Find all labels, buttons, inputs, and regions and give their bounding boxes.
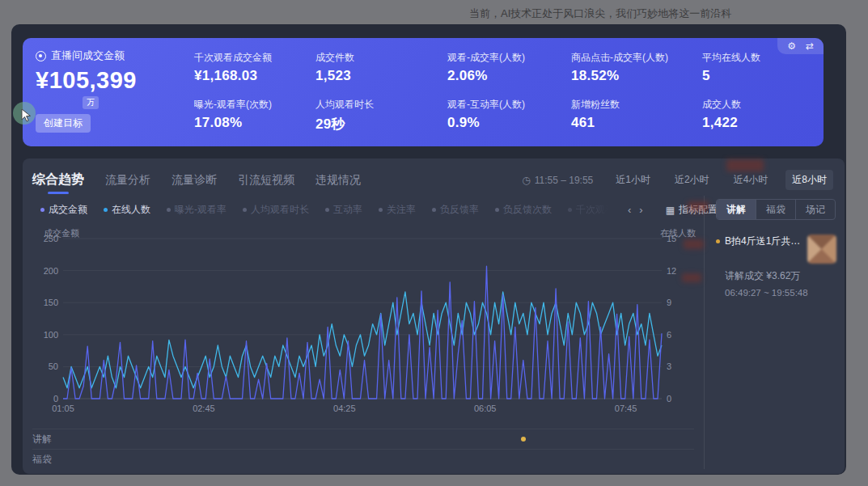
red-smudge-artifact: [682, 273, 701, 282]
metric-label: 千次观看成交金额: [194, 51, 315, 65]
legend-label: 负反馈率: [440, 203, 479, 217]
side-tab-2[interactable]: 场记: [796, 200, 835, 219]
metric-label: 观看-互动率(人数): [447, 98, 571, 112]
overlay-caption: 当前，AI技术正处于风口浪尖，我们巧妙地将这一前沿科: [469, 6, 731, 21]
gmv-value: ¥105,399: [36, 67, 194, 94]
legend-label: 互动率: [333, 203, 362, 217]
legend-item-0[interactable]: 成交金额: [40, 203, 87, 217]
trend-chart[interactable]: 成交金额 在线人数 0501001502002500369121501:0502…: [23, 219, 704, 413]
legend-label: 人均观看时长: [251, 203, 309, 217]
metric-value: 1,523: [315, 68, 447, 84]
metric-value: 1,422: [702, 115, 824, 131]
gmv-title: 直播间成交金额: [51, 49, 125, 63]
legend-dot-icon: [495, 208, 499, 212]
trend-card: 综合趋势流量分析流量诊断引流短视频违规情况 ◷ 11:55 – 19:55 近1…: [23, 158, 845, 474]
legend-item-4[interactable]: 互动率: [325, 203, 362, 217]
marker-row-label: 福袋: [32, 453, 52, 467]
explain-side-panel: 讲解福袋场记 B拍4斤送1斤共35-4... 讲解成交 ¥3.62万 06:49…: [704, 196, 843, 469]
tab-4[interactable]: 违规情况: [315, 173, 361, 188]
y-right-tick: 0: [667, 394, 691, 404]
metric-cell-6: 人均观看时长29秒: [315, 98, 447, 145]
x-tick: 04:25: [333, 404, 356, 413]
swap-metrics-icon[interactable]: ⇄: [806, 40, 814, 52]
tab-3[interactable]: 引流短视频: [238, 173, 294, 188]
y-right-tick: 6: [667, 330, 691, 340]
legend-item-1[interactable]: 在线人数: [104, 203, 150, 217]
legend-dot-icon: [379, 208, 383, 212]
legend-label: 千次观看: [576, 203, 608, 217]
y-left-tick: 250: [34, 234, 58, 243]
legend-next-arrow[interactable]: ›: [639, 204, 642, 216]
plot-region[interactable]: [63, 239, 662, 399]
y-right-tick: 3: [667, 361, 691, 371]
marker-row-label: 讲解: [32, 433, 52, 446]
explain-item-title: B拍4斤送1斤共35-4...: [725, 235, 802, 248]
marker-row-0[interactable]: 讲解: [32, 429, 694, 449]
chart-svg: [63, 239, 662, 399]
metric-value: 2.06%: [447, 68, 571, 84]
side-tab-1[interactable]: 福袋: [756, 200, 796, 219]
metric-cell-5: 曝光-观看率(次数)17.08%: [194, 98, 315, 145]
legend-dot-icon: [568, 208, 572, 212]
red-smudge-artifact: [726, 159, 764, 171]
item-bullet-icon: [716, 239, 720, 243]
metric-label: 观看-成交率(人数): [447, 51, 571, 65]
metric-cell-8: 新增粉丝数461: [571, 98, 702, 145]
legend-dot-icon: [325, 208, 329, 212]
trend-header: 综合趋势流量分析流量诊断引流短视频违规情况 ◷ 11:55 – 19:55 近1…: [23, 158, 845, 190]
time-range-text: 11:55 – 19:55: [535, 175, 594, 186]
red-smudge-artifact: [688, 201, 709, 212]
product-thumbnail: [807, 235, 836, 264]
stats-corner-tools: ⚙ ⇄: [777, 38, 824, 54]
time-controls: ◷ 11:55 – 19:55 近1小时近2小时近4小时近8小时: [522, 170, 833, 190]
side-tab-0[interactable]: 讲解: [717, 200, 756, 219]
y-left-tick: 100: [34, 330, 58, 340]
legend-dot-icon: [104, 208, 108, 212]
legend-label: 成交金额: [49, 203, 87, 217]
tab-1[interactable]: 流量分析: [105, 173, 150, 188]
x-tick: 07:45: [615, 404, 637, 413]
legend-dot-icon: [243, 208, 247, 212]
legend-item-3[interactable]: 人均观看时长: [243, 203, 309, 217]
metric-value: 18.52%: [571, 68, 702, 84]
metric-label: 人均观看时长: [315, 98, 447, 112]
mouse-cursor-icon: [21, 108, 32, 123]
legend-label: 在线人数: [112, 203, 150, 217]
tab-0[interactable]: 综合趋势: [32, 171, 84, 188]
y-left-tick: 150: [34, 298, 58, 307]
metric-cell-4: 平均在线人数5: [702, 51, 824, 98]
y-left-tick: 0: [34, 394, 58, 404]
legend-dot-icon: [167, 208, 171, 212]
marker-row-1[interactable]: 福袋: [32, 449, 694, 469]
tab-2[interactable]: 流量诊断: [171, 173, 217, 188]
stats-card: 直播间成交金额 ¥105,399 万 创建目标 千次观看成交金额¥1,168.0…: [23, 38, 824, 146]
legend-prev-arrow[interactable]: ‹: [628, 204, 631, 216]
time-option-1[interactable]: 近2小时: [668, 170, 716, 190]
metric-cell-2: 观看-成交率(人数)2.06%: [447, 51, 571, 98]
time-option-2[interactable]: 近4小时: [727, 170, 775, 190]
time-option-3[interactable]: 近8小时: [785, 170, 833, 190]
legend-item-7[interactable]: 负反馈次数: [495, 203, 552, 217]
explain-item[interactable]: B拍4斤送1斤共35-4... 讲解成交 ¥3.62万 06:49:27 ~ 1…: [716, 235, 843, 298]
legend-dot-icon: [432, 208, 436, 212]
settings-gear-icon[interactable]: ⚙: [787, 40, 796, 52]
legend-item-6[interactable]: 负反馈率: [432, 203, 479, 217]
metric-label: 新增粉丝数: [571, 98, 702, 112]
gmv-unit-badge: 万: [83, 96, 99, 109]
marker-dot-icon[interactable]: [521, 437, 526, 442]
metric-config-icon: ▦: [666, 205, 675, 216]
dashboard-window: 直播间成交金额 ¥105,399 万 创建目标 千次观看成交金额¥1,168.0…: [11, 24, 846, 475]
legend-item-8[interactable]: 千次观看: [568, 203, 608, 217]
legend-item-2[interactable]: 曝光-观看率: [167, 203, 227, 217]
series-在线人数: [63, 292, 662, 388]
clock-icon: ◷: [522, 175, 530, 186]
legend-items: 成交金额在线人数曝光-观看率人均观看时长互动率关注率负反馈率负反馈次数千次观看: [40, 203, 608, 217]
metric-cell-3: 商品点击-成交率(人数)18.52%: [571, 51, 702, 98]
legend-item-5[interactable]: 关注率: [379, 203, 416, 217]
create-goal-button[interactable]: 创建目标: [36, 114, 91, 133]
explain-item-time: 06:49:27 ~ 19:55:48: [716, 288, 843, 298]
time-range-display: ◷ 11:55 – 19:55: [522, 175, 593, 186]
time-option-0[interactable]: 近1小时: [609, 170, 657, 190]
metric-value: 5: [702, 68, 824, 84]
gmv-block: 直播间成交金额 ¥105,399 万 创建目标: [23, 38, 194, 146]
